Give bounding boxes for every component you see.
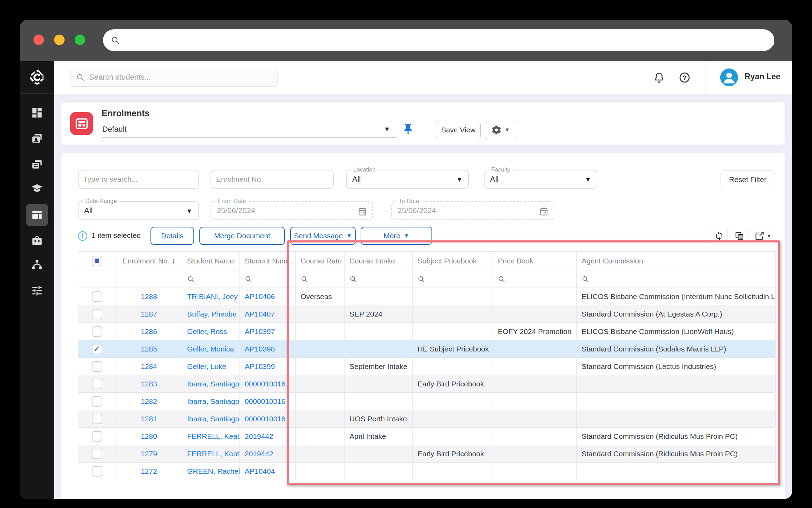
copy-button[interactable]: [730, 227, 748, 245]
more-button[interactable]: More▼: [361, 227, 432, 245]
sidebar-item-dashboard[interactable]: [26, 102, 48, 124]
column-header-subject-pricebook[interactable]: Subject Pricebook: [413, 252, 493, 270]
send-message-button[interactable]: Send Message▼: [290, 227, 356, 245]
filter-price-book[interactable]: [493, 270, 577, 288]
filter-course-rate[interactable]: [296, 270, 345, 288]
student-name-link[interactable]: Geller, Luke: [182, 358, 240, 375]
table-row[interactable]: 1287 Buffay, Pheobe AP10407 SEP 2024 Sta…: [78, 305, 775, 323]
help-icon[interactable]: ?: [679, 72, 691, 84]
column-header-student-number[interactable]: Student Num...: [240, 252, 296, 270]
filter-agent-commission[interactable]: [577, 270, 776, 288]
table-row[interactable]: 1288 TRIBIANI, Joey AP10406 Overseas ELI…: [78, 288, 775, 305]
table-row[interactable]: 1282 Ibarra, Santiago 0000010016: [78, 393, 775, 410]
refresh-button[interactable]: [711, 227, 728, 245]
student-number-link[interactable]: 0000010016: [240, 375, 296, 392]
student-number-link[interactable]: AP10399: [240, 358, 296, 375]
row-checkbox[interactable]: [92, 396, 102, 407]
student-name-link[interactable]: Buffay, Pheobe: [182, 305, 240, 322]
table-row[interactable]: 1279 FERRELL, Keat... 2019442 Early Bird…: [78, 445, 775, 463]
sidebar-item-toolbox[interactable]: [26, 230, 48, 252]
details-button[interactable]: Details: [150, 227, 194, 245]
student-name-link[interactable]: TRIBIANI, Joey: [182, 288, 240, 305]
zoom-window-button[interactable]: [75, 35, 85, 45]
column-header-enrolment-no[interactable]: Enrolment No.↓: [116, 252, 182, 270]
row-checkbox[interactable]: [92, 361, 102, 372]
export-button[interactable]: ▼: [751, 227, 775, 245]
enrolment-no-link[interactable]: 1280: [116, 428, 182, 445]
filter-student-name[interactable]: [182, 270, 240, 288]
sidebar-item-students[interactable]: [26, 128, 48, 150]
table-row[interactable]: 1280 FERRELL, Keat... 2019442 April Inta…: [78, 428, 775, 445]
sidebar-item-network[interactable]: [26, 253, 48, 276]
enrolment-no-link[interactable]: 1288: [116, 288, 182, 305]
student-number-link[interactable]: AP10407: [240, 305, 296, 322]
enrolment-no-link[interactable]: 1285: [116, 340, 182, 357]
enrolment-no-input[interactable]: [216, 170, 330, 188]
student-number-link[interactable]: 0000010016: [240, 410, 296, 427]
notifications-bell-icon[interactable]: [653, 72, 665, 84]
student-search[interactable]: [71, 68, 278, 87]
student-number-link[interactable]: 0000010016: [240, 393, 296, 410]
location-select[interactable]: Location All ▼: [346, 170, 469, 189]
quick-search-input[interactable]: [83, 170, 194, 188]
view-selector[interactable]: Default ▼: [102, 122, 397, 138]
date-range-select[interactable]: Date Range All ▼: [78, 201, 199, 220]
enrolment-no-link[interactable]: 1287: [116, 305, 182, 322]
column-header-course-rate[interactable]: Course Rate: [296, 252, 345, 270]
table-row[interactable]: 1272 GREEN, Rachel AP10404: [78, 463, 775, 480]
column-header-course-intake[interactable]: Course Intake: [345, 252, 413, 270]
enrolment-no-link[interactable]: 1279: [116, 445, 182, 462]
sidebar-item-enrolments[interactable]: [26, 204, 48, 226]
pin-view-icon[interactable]: [402, 123, 414, 136]
row-checkbox[interactable]: [92, 291, 102, 302]
row-checkbox[interactable]: [92, 344, 102, 354]
enrolment-no-field[interactable]: [211, 170, 334, 189]
table-row[interactable]: 1283 Ibarra, Santiago 0000010016 Early B…: [78, 375, 775, 393]
enrolment-no-link[interactable]: 1286: [116, 323, 182, 340]
row-checkbox[interactable]: [92, 326, 102, 337]
table-row[interactable]: 1286 Geller, Ross AP10397 EOFY 2024 Prom…: [78, 323, 775, 340]
url-input[interactable]: [124, 36, 774, 45]
view-settings-button[interactable]: ▼: [485, 121, 516, 139]
table-row[interactable]: 1285 Geller, Monica AP10398 HE Subject P…: [78, 340, 775, 358]
enrolment-no-link[interactable]: 1284: [116, 358, 182, 375]
student-number-link[interactable]: 2019442: [240, 445, 296, 462]
student-name-link[interactable]: Geller, Monica: [182, 340, 240, 357]
enrolment-no-link[interactable]: 1282: [116, 393, 182, 410]
app-logo[interactable]: [20, 61, 54, 94]
row-checkbox[interactable]: [92, 449, 102, 459]
filter-course-intake[interactable]: [345, 270, 413, 288]
student-name-link[interactable]: Ibarra, Santiago: [182, 393, 240, 410]
student-name-link[interactable]: Ibarra, Santiago: [182, 375, 240, 392]
save-view-button[interactable]: Save View: [436, 121, 481, 139]
column-header-agent-commission[interactable]: Agent Commission: [577, 252, 776, 270]
select-all-checkbox[interactable]: [92, 256, 102, 266]
sidebar-item-documents[interactable]: [26, 154, 48, 176]
student-name-link[interactable]: GREEN, Rachel: [182, 463, 240, 480]
row-checkbox[interactable]: [92, 466, 102, 477]
row-checkbox[interactable]: [92, 379, 102, 389]
faculty-select[interactable]: Faculty All ▼: [484, 170, 597, 189]
user-avatar[interactable]: [720, 68, 738, 86]
sidebar-item-preferences[interactable]: [26, 280, 48, 302]
filter-subject-pricebook[interactable]: [413, 270, 493, 288]
close-window-button[interactable]: [34, 35, 44, 45]
student-name-link[interactable]: FERRELL, Keat...: [182, 428, 240, 445]
student-number-link[interactable]: 2019442: [240, 428, 296, 445]
student-number-link[interactable]: AP10398: [240, 340, 296, 357]
enrolment-no-link[interactable]: 1283: [116, 375, 182, 392]
row-checkbox[interactable]: [92, 414, 102, 424]
student-name-link[interactable]: Ibarra, Santiago: [182, 410, 240, 427]
table-row[interactable]: 1284 Geller, Luke AP10399 September Inta…: [78, 358, 775, 375]
table-row[interactable]: 1281 Ibarra, Santiago 0000010016 UOS Per…: [78, 410, 775, 428]
student-name-link[interactable]: Geller, Ross: [182, 323, 240, 340]
merge-document-button[interactable]: Merge Document: [199, 227, 285, 245]
enrolment-no-link[interactable]: 1281: [116, 410, 182, 427]
row-checkbox[interactable]: [92, 309, 102, 319]
minimize-window-button[interactable]: [54, 35, 65, 45]
row-checkbox[interactable]: [92, 431, 102, 442]
student-number-link[interactable]: AP10404: [240, 463, 296, 480]
student-search-input[interactable]: [89, 73, 277, 82]
sidebar-item-courses[interactable]: [26, 177, 48, 200]
reset-filter-button[interactable]: Reset Filter: [721, 170, 775, 189]
